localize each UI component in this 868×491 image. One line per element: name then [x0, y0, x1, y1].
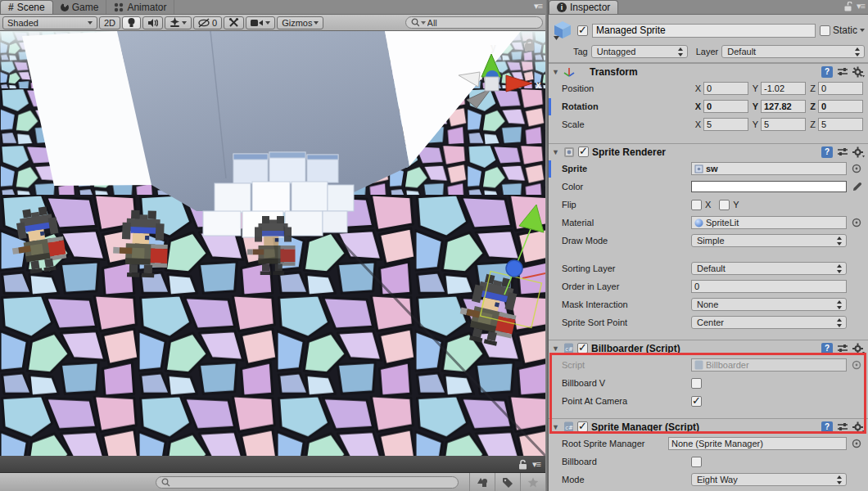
layer-dropdown[interactable]: Default [721, 45, 865, 58]
panel-menu-icon[interactable]: ▾≡ [534, 1, 542, 11]
sprite-object-field[interactable]: sw [691, 162, 847, 175]
static-checkbox[interactable] [820, 25, 830, 36]
order-in-layer-input[interactable] [691, 280, 847, 293]
gear-icon[interactable] [852, 146, 865, 158]
tab-scene[interactable]: # Scene [0, 0, 53, 14]
sorting-layer-dropdown[interactable]: Default [691, 262, 847, 275]
gizmo-cube[interactable] [485, 77, 499, 91]
panel-menu-icon[interactable]: ▾≡ [857, 1, 865, 11]
color-swatch[interactable] [691, 181, 847, 192]
help-icon[interactable]: ? [821, 146, 833, 158]
sprite-manager-enabled-checkbox[interactable] [577, 421, 588, 432]
flip-x-checkbox[interactable] [691, 200, 702, 210]
presets-icon[interactable] [837, 147, 848, 157]
lock-open-icon[interactable] [844, 2, 852, 11]
sprite-renderer-icon [563, 146, 575, 158]
chevron-down-icon[interactable] [860, 29, 865, 32]
object-picker-icon[interactable] [852, 164, 861, 173]
inspector-tabstrip: i Inspector ▾≡ [549, 0, 868, 15]
transform-header[interactable]: ▼ Transform ? [549, 63, 868, 79]
help-icon[interactable]: ? [821, 421, 833, 433]
scene-search-field[interactable] [405, 16, 543, 29]
position-y-input[interactable] [761, 82, 806, 95]
sprite-renderer-enabled-checkbox[interactable] [578, 146, 589, 157]
billboard-v-checkbox[interactable] [691, 378, 702, 389]
point-at-camera-checkbox[interactable] [691, 396, 702, 407]
presets-icon[interactable] [837, 344, 848, 354]
rotation-y-input[interactable] [761, 100, 806, 113]
gameobject-active-checkbox[interactable] [577, 25, 588, 36]
sprite-sort-point-dropdown[interactable]: Center [691, 316, 847, 329]
scene-effects-toggle[interactable] [165, 16, 192, 29]
scene-camera-dropdown[interactable] [246, 16, 275, 29]
gameobject-name-input[interactable] [592, 24, 816, 38]
tab-game[interactable]: Game [53, 0, 107, 14]
tag-dropdown[interactable]: Untagged [591, 45, 688, 58]
lock-icon[interactable] [518, 459, 527, 470]
filter-by-label-button[interactable] [495, 473, 520, 491]
script-object-field[interactable]: Billboarder [691, 358, 847, 372]
bottom-search-input[interactable] [173, 476, 453, 489]
scene-visibility-toggle[interactable]: 0 [193, 16, 222, 29]
eye-slash-icon [198, 18, 210, 28]
tab-inspector[interactable]: i Inspector [549, 0, 618, 14]
foldout-icon[interactable]: ▼ [552, 423, 560, 431]
chevron-down-icon[interactable] [265, 21, 270, 25]
panel-menu-icon[interactable]: ▾≡ [532, 459, 540, 470]
object-picker-icon[interactable] [852, 360, 861, 370]
sprite-renderer-header[interactable]: ▼ Sprite Renderer ? [549, 143, 868, 160]
mask-interaction-dropdown[interactable]: None [691, 298, 847, 311]
object-picker-icon[interactable] [852, 439, 861, 448]
search-filter-caret-icon[interactable] [421, 21, 426, 25]
bottom-search-field[interactable] [156, 476, 459, 489]
gear-icon[interactable] [852, 421, 865, 433]
material-object-field[interactable]: SpriteLit [691, 216, 847, 229]
updown-arrows-icon [837, 318, 843, 327]
shapes-icon [477, 477, 488, 488]
static-toggle[interactable]: Static [820, 25, 865, 36]
cube-icon[interactable] [552, 20, 573, 41]
root-sprite-manager-field[interactable]: None (Sprite Manager) [668, 437, 847, 450]
presets-icon[interactable] [837, 67, 848, 77]
sprite-sort-point-label: Sprite Sort Point [562, 318, 691, 327]
scale-x-input[interactable] [703, 118, 748, 131]
position-z-input[interactable] [818, 82, 863, 95]
flip-y-checkbox[interactable] [719, 200, 730, 210]
rotation-x-input[interactable] [703, 100, 748, 113]
scale-z-input[interactable] [818, 118, 863, 131]
scene-search-input[interactable] [427, 18, 537, 28]
help-icon[interactable]: ? [821, 66, 833, 78]
scene-tools-button[interactable] [224, 16, 244, 29]
favorites-button[interactable] [520, 473, 545, 491]
scene-lighting-toggle[interactable] [122, 16, 141, 29]
2d-toggle[interactable]: 2D [99, 16, 120, 29]
help-icon[interactable]: ? [821, 343, 833, 354]
position-x-input[interactable] [703, 82, 748, 95]
sprite-manager-header[interactable]: ▼ c# Sprite Manager (Script) ? [549, 418, 868, 435]
gear-icon[interactable] [852, 343, 865, 354]
gizmos-dropdown[interactable]: Gizmos [277, 16, 323, 29]
rotation-z-input[interactable] [818, 100, 863, 113]
presets-icon[interactable] [837, 422, 848, 432]
gear-icon[interactable] [852, 66, 865, 78]
foldout-icon[interactable]: ▼ [552, 68, 560, 76]
scale-y-input[interactable] [761, 118, 806, 131]
csharp-script-icon: c# [563, 343, 574, 354]
filter-by-type-button[interactable] [469, 473, 495, 491]
billboarder-enabled-checkbox[interactable] [577, 343, 588, 354]
mode-dropdown[interactable]: Eight Way [691, 473, 847, 486]
billboard-checkbox[interactable] [691, 457, 702, 467]
scene-audio-toggle[interactable] [142, 16, 163, 29]
foldout-icon[interactable]: ▼ [552, 345, 560, 353]
billboarder-header[interactable]: ▼ c# Billboarder (Script) ? [549, 340, 868, 356]
draw-mode-dropdown[interactable]: Simple [691, 234, 847, 247]
foldout-icon[interactable]: ▼ [552, 148, 560, 156]
shading-mode-dropdown[interactable]: Shaded [2, 16, 97, 29]
gizmo-center-handle[interactable] [506, 260, 522, 277]
scene-viewport[interactable]: y x [0, 31, 545, 456]
object-picker-icon[interactable] [852, 218, 861, 227]
tab-animator[interactable]: Animator [106, 0, 174, 14]
eyedropper-icon[interactable] [852, 182, 862, 192]
inspector-body: Static Tag Untagged Layer Default ▼ [549, 15, 868, 491]
chevron-down-icon[interactable] [182, 21, 187, 25]
